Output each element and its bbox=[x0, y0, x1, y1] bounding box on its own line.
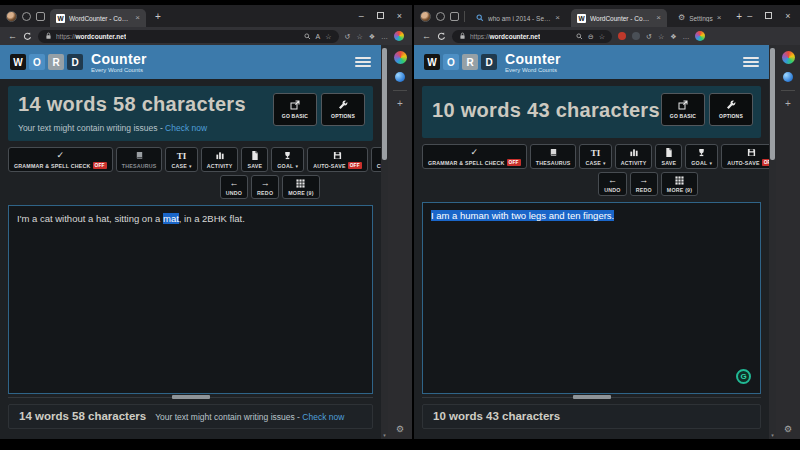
read-aloud-icon[interactable]: A bbox=[316, 33, 321, 40]
settings-menu-icon[interactable]: … bbox=[381, 33, 388, 40]
tab-bar: W WordCounter - Count Words & C × + – × bbox=[0, 5, 412, 27]
sidebar-settings-gear-icon[interactable]: ⚙ bbox=[396, 425, 404, 434]
caret-down-icon: ▾ bbox=[295, 163, 298, 169]
text-editor[interactable]: I am a human with two legs and ten finge… bbox=[422, 202, 761, 394]
go-basic-label: GO BASIC bbox=[670, 113, 696, 119]
tab-wordcounter[interactable]: W WordCounter - Count Wo × bbox=[571, 9, 667, 27]
sidebar-settings-gear-icon[interactable]: ⚙ bbox=[784, 425, 792, 434]
back-icon[interactable]: ← bbox=[422, 32, 431, 41]
refresh-icon[interactable] bbox=[23, 32, 32, 41]
thesaurus-button[interactable]: THESAURUS bbox=[530, 144, 577, 169]
close-tab-icon[interactable]: × bbox=[555, 14, 560, 22]
undo-button[interactable]: ← UNDO bbox=[220, 175, 248, 199]
edge-profile-icon[interactable] bbox=[394, 31, 404, 41]
text-editor[interactable]: I'm a cat without a hat, sitting on a ma… bbox=[8, 205, 373, 394]
go-basic-button[interactable]: GO BASIC bbox=[273, 93, 317, 126]
minimize-button[interactable]: – bbox=[359, 12, 364, 21]
scrollbar-thumb[interactable] bbox=[770, 48, 775, 160]
scroll-down-arrow-icon[interactable]: ▾ bbox=[381, 433, 388, 438]
tab-wordcounter[interactable]: W WordCounter - Count Words & C × bbox=[50, 9, 146, 27]
collections-icon[interactable]: ❖ bbox=[670, 33, 676, 40]
tab-actions-icon[interactable] bbox=[36, 12, 45, 21]
edge-profile-icon[interactable] bbox=[695, 31, 705, 41]
activity-button[interactable]: ACTIVITY bbox=[201, 147, 239, 172]
favorite-star-icon[interactable]: ☆ bbox=[325, 33, 331, 40]
goal-button[interactable]: GOAL▾ bbox=[271, 147, 304, 172]
auto-save-button[interactable]: AUTO-SAVEOFF bbox=[307, 147, 368, 172]
refresh-icon[interactable] bbox=[437, 32, 446, 41]
site-logo[interactable]: Counter Every Word Counts bbox=[505, 52, 561, 73]
workspaces-icon[interactable] bbox=[22, 12, 31, 21]
check-now-link[interactable]: Check now bbox=[165, 123, 207, 133]
address-bar[interactable]: https://wordcounter.net ⊖ ☆ bbox=[452, 30, 612, 43]
clear-button[interactable]: CLEAR bbox=[371, 147, 381, 172]
goal-button[interactable]: GOAL▾ bbox=[685, 144, 718, 169]
sidebar-add-icon[interactable]: + bbox=[785, 99, 791, 109]
sidebar-profile-icon[interactable] bbox=[782, 51, 795, 64]
favorites-icon[interactable]: ☆ bbox=[356, 33, 362, 40]
case-button[interactable]: TI CASE▾ bbox=[165, 147, 197, 172]
new-tab-button[interactable]: + bbox=[155, 11, 161, 22]
copilot-icon[interactable] bbox=[395, 72, 405, 82]
favorites-icon[interactable]: ☆ bbox=[658, 33, 664, 40]
scroll-down-arrow-icon[interactable]: ▾ bbox=[769, 433, 776, 438]
profile-avatar-icon[interactable] bbox=[420, 11, 431, 22]
close-tab-icon[interactable]: × bbox=[656, 14, 661, 22]
tab-settings[interactable]: ⚙ Settings × bbox=[672, 9, 727, 27]
page-scrollbar[interactable]: ▾ bbox=[769, 45, 776, 439]
site-logo[interactable]: Counter Every Word Counts bbox=[91, 52, 147, 73]
sidebar-add-icon[interactable]: + bbox=[397, 99, 403, 109]
close-window-button[interactable]: × bbox=[397, 12, 402, 21]
minimize-button[interactable]: – bbox=[747, 12, 752, 21]
options-button[interactable]: OPTIONS bbox=[709, 93, 753, 126]
address-bar[interactable]: https://wordcounter.net A ☆ bbox=[38, 30, 339, 43]
check-now-link[interactable]: Check now bbox=[302, 412, 344, 422]
menu-hamburger-icon[interactable] bbox=[743, 57, 759, 67]
save-button[interactable]: SAVE bbox=[655, 144, 682, 169]
back-icon[interactable]: ← bbox=[8, 32, 17, 41]
browser-essentials-icon[interactable]: ↺ bbox=[345, 33, 351, 40]
maximize-button[interactable] bbox=[765, 12, 772, 21]
zoom-icon[interactable] bbox=[304, 33, 311, 40]
undo-button[interactable]: ← UNDO bbox=[598, 172, 626, 196]
resize-handle[interactable] bbox=[172, 395, 210, 399]
browser-essentials-icon[interactable]: ↺ bbox=[646, 33, 652, 40]
tab-actions-icon[interactable] bbox=[450, 12, 459, 21]
case-button[interactable]: TI CASE▾ bbox=[579, 144, 611, 169]
grammarly-icon[interactable]: G bbox=[736, 369, 751, 384]
new-tab-button[interactable]: + bbox=[736, 11, 742, 22]
favorite-star-icon[interactable]: ☆ bbox=[599, 33, 605, 40]
zoom-icon[interactable] bbox=[576, 33, 583, 40]
close-window-button[interactable]: × bbox=[785, 12, 790, 21]
maximize-button[interactable] bbox=[377, 12, 384, 21]
options-button[interactable]: OPTIONS bbox=[321, 93, 365, 126]
settings-menu-icon[interactable]: … bbox=[682, 33, 689, 40]
workspaces-icon[interactable] bbox=[436, 12, 445, 21]
zoom-out-icon[interactable]: ⊖ bbox=[588, 33, 594, 40]
redo-button[interactable]: → REDO bbox=[251, 175, 279, 199]
profile-avatar-icon[interactable] bbox=[6, 11, 17, 22]
collections-icon[interactable]: ❖ bbox=[369, 33, 375, 40]
undo-arrow-icon: ← bbox=[229, 178, 238, 188]
more-button[interactable]: MORE (9) bbox=[282, 175, 319, 199]
grammar-spell-check-button[interactable]: ✓ GRAMMAR & SPELL CHECKOFF bbox=[8, 147, 113, 172]
extension-icon[interactable] bbox=[632, 32, 640, 40]
copilot-icon[interactable] bbox=[783, 72, 793, 82]
save-button[interactable]: SAVE bbox=[241, 147, 268, 172]
redo-button[interactable]: → REDO bbox=[630, 172, 658, 196]
resize-handle[interactable] bbox=[573, 395, 611, 399]
extension-adblock-icon[interactable] bbox=[618, 32, 626, 40]
go-basic-button[interactable]: GO BASIC bbox=[661, 93, 705, 126]
grammar-spell-check-button[interactable]: ✓ GRAMMAR & SPELL CHECKOFF bbox=[422, 144, 527, 169]
scrollbar-thumb[interactable] bbox=[382, 48, 387, 160]
auto-save-button[interactable]: AUTO-SAVEOFF bbox=[721, 144, 769, 169]
page-scrollbar[interactable]: ▾ bbox=[381, 45, 388, 439]
close-tab-icon[interactable]: × bbox=[135, 14, 140, 22]
activity-button[interactable]: ACTIVITY bbox=[615, 144, 653, 169]
close-tab-icon[interactable]: × bbox=[717, 14, 722, 22]
thesaurus-button[interactable]: THESAURUS bbox=[116, 147, 163, 172]
menu-hamburger-icon[interactable] bbox=[355, 57, 371, 67]
more-button[interactable]: MORE (9) bbox=[661, 172, 698, 196]
sidebar-profile-icon[interactable] bbox=[394, 51, 407, 64]
tab-search[interactable]: who am i 2014 - Search × bbox=[470, 9, 566, 27]
